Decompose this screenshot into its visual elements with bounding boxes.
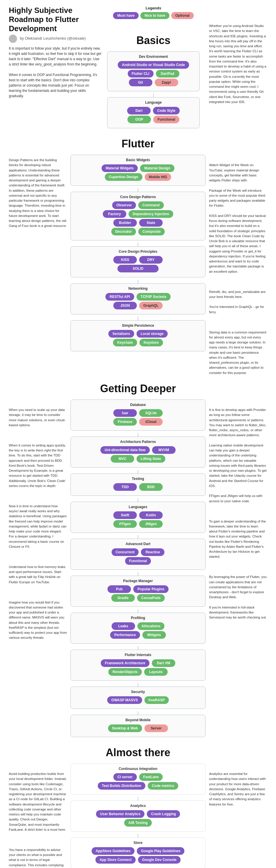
group-store-title: Store [75, 841, 201, 845]
connector-4 [138, 280, 138, 283]
pill-ci-server: CI server [113, 773, 137, 781]
page-title: Highly Subjective Roadmap to Flutter Dev… [9, 6, 101, 33]
group-basic-widgets-title: Basic Widgets [75, 158, 201, 162]
connector-7 [138, 470, 138, 473]
group-store: Store AppStore Guidelines Google Play Gu… [70, 837, 206, 868]
pill-dependency-injection: Dependency Injection [129, 210, 173, 218]
ap-row1: Uni-directional data flow MVVM [75, 446, 201, 454]
pill-ffigen: FFIgen [113, 520, 137, 528]
legend-must-have: Must have [113, 12, 139, 19]
pill-user-behavior: User Behavior Analytics [96, 810, 145, 818]
group-core-design-patterns-title: Core Design Patterns [75, 195, 201, 199]
an-row1: User Behavior Analytics Crash Logging [75, 810, 201, 818]
language-row2: OOP Functional [112, 116, 195, 123]
pill-performance: Performance [110, 631, 140, 639]
page-wrapper: Highly Subjective Roadmap to Flutter Dev… [0, 0, 276, 868]
pill-isar: Isar [113, 409, 137, 417]
group-basic-widgets: Basic Widgets Material Widgets Material … [70, 155, 206, 186]
group-testing-title: Testing [75, 477, 201, 481]
pill-material-design: Material Design [140, 164, 175, 172]
prof-row1: Leaks Allocations [75, 622, 201, 630]
group-advanced-dart-title: Advanced Dart [75, 542, 201, 546]
group-analytics-title: Analytics [75, 804, 201, 808]
pill-dart-vm: Dart VM [152, 659, 175, 667]
connector-5 [138, 317, 138, 320]
group-flutter-internals: Flutter Internals Framework Architecture… [70, 650, 206, 681]
sp-row2: Keychain Keystore [75, 339, 201, 346]
net-row1: RESTful API TCP/IP Sockets [75, 293, 201, 301]
pill-firebase: Firebase [113, 418, 137, 426]
basics-right-text: Whether you're using Android Studio or V… [206, 6, 267, 131]
pill-concurrent: Concurrent [112, 548, 139, 556]
deeper-row: When you need to scale up your data stor… [9, 400, 267, 739]
pill-lifting-state: Lifting State [136, 455, 165, 463]
cdp-row3: Builder State [75, 219, 201, 227]
group-languages-title: Languages [75, 505, 201, 509]
ci-row2: Test Builds Distribution Code metrics [75, 782, 201, 789]
pill-cupertino-design: Cupertino Design [105, 173, 143, 181]
connector-2 [138, 188, 138, 192]
pill-dry: DRY [139, 256, 163, 264]
almost-there-left-text: Avoid building production builds from yo… [9, 764, 70, 868]
fi-row2: RenderObjects Layouts [75, 668, 201, 676]
pill-solid: SOLID [118, 265, 158, 272]
pill-tcp-ip: TCP/IP Sockets [136, 293, 171, 301]
connector-14 [138, 711, 138, 715]
group-continuous-integration: Continuous Integration CI server FastLan… [70, 764, 206, 795]
connector-16 [138, 834, 138, 837]
pill-zapp: Zapp! [155, 79, 178, 86]
pill-git: Git [129, 79, 152, 86]
dev-env-row3: Git Zapp! [112, 79, 195, 86]
pm-row1: Pub Popular Plugins [75, 585, 201, 593]
group-database-title: Database [75, 403, 201, 407]
cdpr-row2: SOLID [75, 265, 201, 272]
pill-tdd: TDD [113, 483, 137, 491]
group-architecture-patterns: Architecture Patterns Uni-directional da… [70, 436, 206, 468]
adart-row2: Functional [75, 557, 201, 565]
pill-dartpad: DartPad [156, 70, 179, 78]
group-language: Language Dart Code Style OOP Functional [107, 97, 200, 128]
group-security-title: Security [75, 690, 201, 694]
flutter-center: Basic Widgets Material Widgets Material … [70, 155, 206, 375]
pill-functional-lang: Functional [153, 116, 179, 123]
group-beyond-mobile-title: Beyond Mobile [75, 718, 201, 722]
basic-widgets-row1: Material Widgets Material Design [75, 164, 201, 172]
section-almost-there: Almost there [9, 746, 267, 759]
pill-gradle: Gradle [111, 594, 135, 602]
deeper-left-text: When you need to scale up your data stor… [9, 400, 70, 739]
group-flutter-internals-title: Flutter Internals [75, 653, 201, 657]
group-profiling: Profiling Leaks Allocations Performance … [70, 613, 206, 644]
net-row2: JSON GraphQL [75, 302, 201, 309]
connector-6 [138, 433, 138, 436]
group-ci-title: Continuous Integration [75, 767, 201, 771]
group-analytics: Analytics User Behavior Analytics Crash … [70, 801, 206, 832]
legend-title: Legends [113, 6, 193, 10]
group-simple-persistence-title: Simple Persistence [75, 323, 201, 328]
pill-swift: Swift [113, 512, 137, 519]
dev-env-row1: Android Studio or Visual Studio Code [112, 61, 195, 69]
group-language-title: Language [112, 100, 195, 104]
intro-text: It is important to follow your style, bu… [9, 46, 101, 99]
pill-test-builds: Test Builds Distribution [98, 782, 145, 789]
pill-keystore: Keystore [140, 339, 163, 346]
fi-row1: Framework Architecture Dart VM [75, 659, 201, 667]
almost-there-right-text: Analytics are essential for understandin… [206, 764, 267, 868]
pill-kotlin: Kotlin [139, 512, 163, 519]
lang-row2: FFIgen JNIgen [75, 520, 201, 528]
header-left: Highly Subjective Roadmap to Flutter Dev… [9, 6, 101, 131]
connector-10 [138, 572, 138, 576]
flutter-row: Design Patterns are the building blocks … [9, 155, 267, 375]
author-line: by Oleksandr Leushchenko (@olexale) [9, 35, 101, 43]
pill-json: JSON [113, 302, 137, 309]
pill-dart: Dart [127, 107, 151, 115]
avatar [9, 35, 17, 43]
group-dev-environment: Dev Environment Android Studio or Visual… [107, 51, 200, 91]
group-networking-title: Networking [75, 286, 201, 290]
store-row2: App Store Connect Google Dev Console [75, 856, 201, 864]
an-row2: A/B Testing [75, 819, 201, 827]
pill-widgets-prof: Widgets [143, 631, 166, 639]
bm-row1: Desktop & Web Server [75, 724, 201, 732]
section-getting-deeper: Getting Deeper [9, 382, 267, 395]
group-simple-persistence: Simple Persistence Serializers Local sto… [70, 320, 206, 351]
pill-mobile-hig: Mobile HIG [145, 173, 172, 181]
